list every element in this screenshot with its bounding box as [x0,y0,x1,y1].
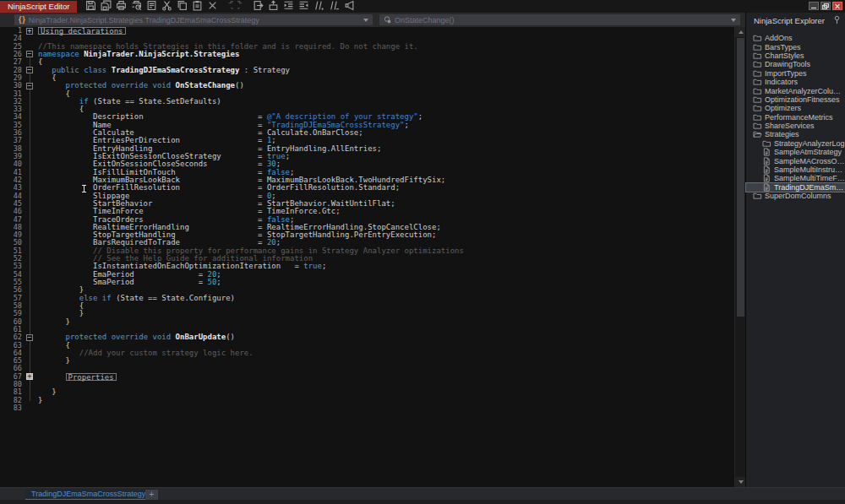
code-text: } [38,397,42,404]
fold-column [22,318,38,326]
tree-item[interactable]: SampleMACrossOver [746,156,845,165]
undo-icon[interactable] [222,0,233,11]
tree-item[interactable]: Indicators [746,78,845,86]
restore-button[interactable] [820,2,831,10]
copy-icon[interactable] [177,0,188,11]
cut-icon[interactable] [161,0,172,11]
fold-column [22,106,38,113]
fold-column [22,247,38,255]
print-preview-icon[interactable] [131,0,142,11]
tree-item[interactable]: MarketAnalyzerColumns [746,86,845,95]
tree-item[interactable]: ShareServices [746,122,845,130]
tree-item[interactable]: TradingDJEmaSmaCro... [746,183,845,192]
tree-item-label: DrawingTools [765,60,810,68]
build-icon[interactable] [268,0,279,11]
delete-icon[interactable] [207,0,218,11]
tree-item[interactable]: DrawingTools [746,60,845,68]
doc-icon [762,148,771,156]
fold-toggle[interactable]: − [26,83,33,89]
fold-column [22,169,38,176]
active-document-tab[interactable]: TradingDJEmaSmaCrossStrategy* [25,489,155,501]
fold-column [22,342,38,350]
fold-column: − [22,333,38,341]
folder-icon [753,69,762,78]
fold-column [22,184,38,192]
indent-icon[interactable] [283,0,294,11]
code-line: 66 [0,365,734,372]
redo-icon[interactable] [237,0,248,11]
tree-item[interactable]: Strategies [746,130,845,138]
tree-item[interactable]: ChartStyles [746,51,845,60]
tree-item[interactable]: OptimizationFitnesses [746,95,845,104]
fold-column [22,208,38,215]
goto-definition-icon[interactable] [253,0,264,11]
fold-column [22,231,38,239]
tree-item[interactable]: SampleMultiInstrument [746,165,845,174]
fold-column [22,286,38,294]
tree-item-label: Strategies [765,130,799,138]
code-line: 32 if (State == State.SetDefaults) [0,98,734,106]
fold-column [22,98,38,106]
fold-toggle[interactable]: − [26,334,33,341]
tree-item-label: StrategyAnalyzerLog [774,139,845,148]
fold-column [22,122,38,129]
type-dropdown[interactable]: { } NinjaTrader.NinjaScript.Strategies.T… [14,14,373,25]
fold-column [22,200,38,208]
tree-item[interactable]: SampleAtmStrategy [746,148,845,156]
member-dropdown[interactable]: OnStateChange() [379,14,740,25]
explorer-tree: AddOnsBarsTypesChartStylesDrawingToolsIm… [746,28,845,200]
code-editor[interactable]: 1+Using declarations2425//This namespace… [0,27,734,487]
fold-column [22,302,38,310]
tree-item-label: SampleMultiTimeFrame [774,174,845,182]
add-tab-button[interactable]: + [145,490,158,500]
doc-icon [762,165,771,174]
save-all-icon[interactable] [101,0,112,11]
print-icon[interactable] [116,0,127,11]
pin-icon[interactable] [833,15,841,26]
tree-item-label: SuperDomColumns [765,192,831,200]
editor-scrollbar[interactable] [734,27,745,487]
fold-toggle[interactable]: + [26,373,33,380]
fold-column: − [22,82,38,89]
fold-column [22,350,38,357]
fold-column [22,255,38,263]
window-controls [809,2,845,10]
folder-open-icon [753,130,762,138]
minimize-button[interactable] [809,2,819,10]
code-line: 26−namespace NinjaTrader.NinjaScript.Str… [0,51,734,58]
fold-column [22,263,38,270]
tree-item[interactable]: ImportTypes [746,69,845,78]
compile-icon[interactable] [344,0,355,11]
fold-column [22,176,38,184]
tree-item[interactable]: StrategyAnalyzerLog [746,139,845,148]
uncomment-icon[interactable] [329,0,340,11]
fold-toggle[interactable]: − [26,51,33,57]
code-text: public class TradingDJEmaSmaCrossStrateg… [38,67,290,74]
code-text: } [38,357,70,365]
fold-column [22,192,38,200]
tree-item[interactable]: SampleMultiTimeFrame [746,174,845,182]
fold-column [22,160,38,168]
fold-toggle[interactable]: − [26,67,33,73]
fold-column: − [22,51,38,58]
paste-icon[interactable] [192,0,203,11]
folder-icon [753,192,762,200]
tree-item[interactable]: AddOns [746,34,845,42]
tree-item[interactable]: SuperDomColumns [746,192,845,200]
code-line: 80 [0,381,734,388]
template-icon[interactable] [146,0,157,11]
tree-item[interactable]: Optimizers [746,104,845,112]
fold-toggle[interactable]: + [26,28,33,35]
fold-column [22,74,38,82]
scrollbar-thumb[interactable] [737,38,744,317]
fold-column [22,35,38,42]
outdent-icon[interactable] [298,0,309,11]
save-icon[interactable] [85,0,96,11]
tree-item[interactable]: PerformanceMetrics [746,113,845,122]
tree-item[interactable]: BarsTypes [746,42,845,51]
code-line: 57 else if (State == State.Configure) [0,295,734,302]
comment-icon[interactable] [313,0,324,11]
close-button[interactable] [832,2,842,10]
class-icon: { } [19,16,25,24]
chevron-down-icon [363,19,368,22]
